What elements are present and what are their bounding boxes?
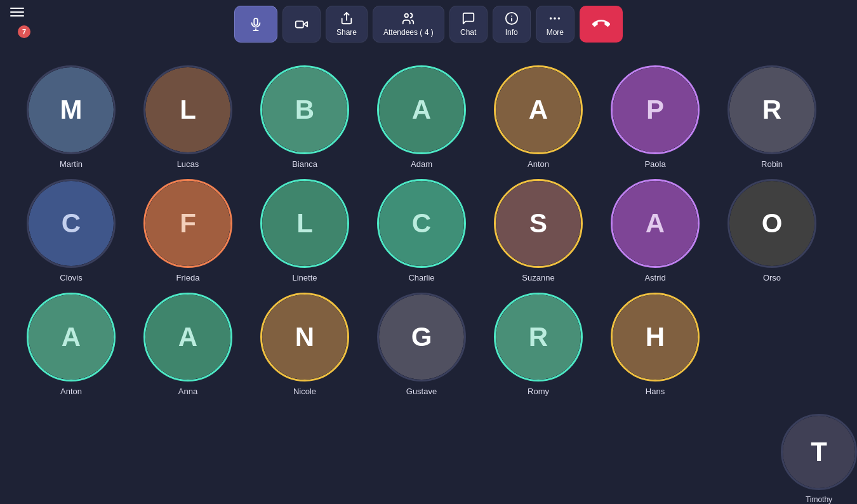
participant-nicole-16[interactable]: NNicole [254,293,355,396]
participant-name: Anton [528,159,549,169]
info-button[interactable]: Info [493,6,531,43]
participant-name: Suzanne [522,273,554,282]
participant-name: Astrid [644,273,665,282]
menu-button[interactable] [10,8,24,17]
participant-romy-18[interactable]: RRomy [488,293,589,396]
participant-astrid-12[interactable]: AAstrid [604,179,706,282]
attendees-icon [401,11,415,25]
timothy-participant[interactable]: T Timothy [781,414,857,504]
participant-name: Hans [646,387,665,396]
participant-lucas-1[interactable]: LLucas [137,65,239,169]
participant-name: Martin [60,159,83,169]
participant-hans-19[interactable]: HHans [604,293,706,396]
end-call-button[interactable] [580,6,623,43]
participant-anton-4[interactable]: AAnton [488,65,589,169]
participant-name: Linette [292,273,317,282]
participant-orso-13[interactable]: OOrso [721,179,823,282]
participant-martin-0[interactable]: MMartin [20,65,122,169]
svg-point-9 [550,17,552,20]
participant-name: Lucas [177,159,199,169]
svg-rect-3 [296,21,303,27]
participant-gustave-17[interactable]: GGustave [371,293,472,396]
participant-anna-15[interactable]: AAnna [137,293,239,396]
video-icon [295,17,309,31]
participant-clovis-7[interactable]: CClovis [20,179,122,282]
participant-name: Bianca [292,159,317,169]
timothy-name: Timothy [806,495,832,504]
end-call-icon [592,15,610,33]
participant-name: Anton [60,387,82,396]
participant-name: Frieda [176,273,200,282]
info-label: Info [505,28,518,37]
participant-name: Charlie [408,273,434,282]
topbar: 7 Share Attendees ( 4 ) [0,0,857,48]
participant-name: Clovis [60,273,82,282]
participant-name: Adam [411,159,432,169]
share-icon [340,11,354,25]
participant-linette-9[interactable]: LLinette [254,179,355,282]
participant-frieda-8[interactable]: FFrieda [137,179,239,282]
svg-point-11 [558,17,561,20]
mic-button[interactable] [234,6,277,43]
participant-name: Gustave [406,387,437,396]
share-label: Share [336,28,357,37]
svg-point-10 [554,17,557,20]
participant-adam-3[interactable]: AAdam [371,65,472,169]
participant-charlie-10[interactable]: CCharlie [371,179,472,282]
more-icon [548,11,562,25]
participant-name: Robin [761,159,783,169]
chat-icon [462,11,475,25]
mic-icon [249,17,263,31]
notification-badge: 7 [18,25,30,38]
info-icon [505,11,519,25]
share-button[interactable]: Share [326,6,368,43]
participant-name: Orso [763,273,781,282]
more-button[interactable]: More [536,6,575,43]
svg-rect-0 [254,18,258,25]
participant-anton-14[interactable]: AAnton [20,293,122,396]
svg-point-5 [405,13,409,17]
participant-suzanne-11[interactable]: SSuzanne [488,179,589,282]
participant-name: Nicole [293,387,316,396]
participants-grid: MMartinLLucasBBiancaAAdamAAntonPPaolaRRo… [0,54,857,504]
more-label: More [547,28,564,37]
participant-bianca-2[interactable]: BBianca [254,65,355,169]
participant-name: Paola [644,159,665,169]
participant-name: Romy [528,387,549,396]
chat-label: Chat [460,28,476,37]
chat-button[interactable]: Chat [449,6,488,43]
attendees-label: Attendees ( 4 ) [383,28,434,37]
participant-paola-5[interactable]: PPaola [604,65,706,169]
participant-robin-6[interactable]: RRobin [721,65,823,169]
attendees-button[interactable]: Attendees ( 4 ) [373,6,444,43]
participant-name: Anna [178,387,197,396]
video-button[interactable] [282,6,321,43]
